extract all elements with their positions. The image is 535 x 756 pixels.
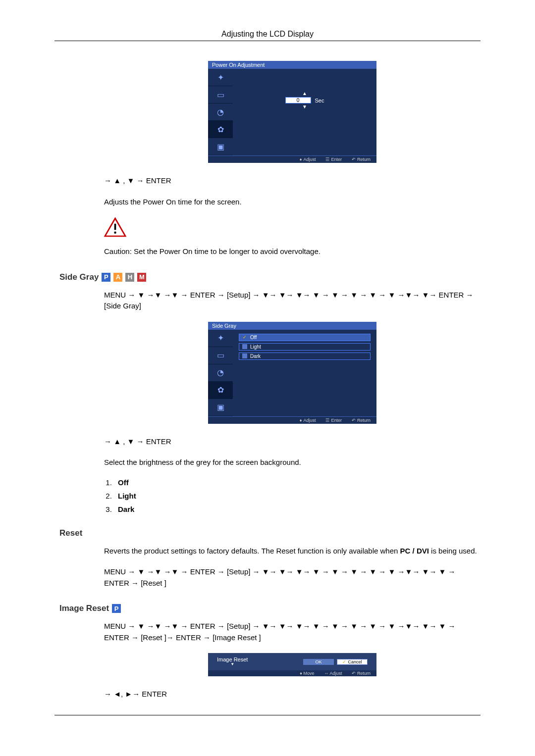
osd-ir-footer: ♦ Move ↔ Adjust ↶ Return [208,670,376,676]
multi-icon: ▣ [208,399,233,416]
setup-icon: ✿ [208,382,233,399]
reset-menu-path: MENU → ▼ →▼ →▼ → ENTER → [Setup] → ▼→ ▼→… [104,566,481,589]
osd-option-light[interactable]: Light [239,343,371,351]
option-dark: Dark [118,505,134,513]
footer-enter-label: Enter [331,157,342,162]
osd-option-off-label: Off [250,335,257,340]
sg-footer-return: Return [357,418,371,423]
image-reset-menu-path: MENU → ▼ →▼ →▼ → ENTER → [Setup] → ▼→ ▼→… [104,621,481,643]
osd-option-light-label: Light [250,344,261,350]
osd-option-off[interactable]: ✓ Off [239,334,371,341]
adjust-arrows-icon: ♦ [300,157,302,162]
osd-main: ▲ 0 Sec ▼ [233,69,376,155]
footer-divider [54,715,481,715]
ir-footer-adjust: Adjust [329,671,342,676]
nav-instruction-1: → ▲ , ▼ → ENTER [104,175,481,187]
osd-ir-label: Image Reset ▼ [217,657,248,666]
adjust-arrows-icon: ♦ [300,418,302,423]
side-gray-nav: → ▲ , ▼ → ENTER [104,436,481,448]
list-item: Dark [114,505,481,513]
page-header-title: Adjusting the LCD Display [0,30,535,39]
checkbox-icon [242,353,247,358]
badge-h-icon: H [125,273,134,282]
page: Adjusting the LCD Display Power On Adjus… [0,0,535,745]
side-gray-menu-path: MENU → ▼ →▼ →▼ → ENTER → [Setup] → ▼→ ▼→… [104,290,481,312]
header-divider [54,41,481,41]
picture-icon: ✦ [208,69,233,86]
osd-sg-sidebar: ✦ ▭ ◔ ✿ ▣ [208,330,233,416]
badge-p-icon: P [112,604,121,613]
heading-side-gray: Side Gray P A H M [59,272,535,282]
check-icon: ✓ [242,335,247,340]
checkbox-icon [242,344,247,349]
osd-sg-title: Side Gray [208,322,376,330]
osd-option-dark-label: Dark [250,353,261,359]
svg-rect-1 [114,224,116,230]
adjust-arrows-icon: ↔ [324,671,328,676]
osd-footer: ♦ Adjust ☰ Enter ↶ Return [208,155,376,163]
heading-image-reset: Image Reset P [59,604,535,613]
list-item: Light [114,492,481,500]
footer-adjust-label: Adjust [303,157,316,162]
return-icon: ↶ [352,671,356,676]
reset-desc-c: is being used. [429,547,477,555]
list-item: Off [114,478,481,487]
sg-footer-enter: Enter [331,418,342,423]
reset-title: Reset [59,528,82,538]
osd-title: Power On Adjustment [208,61,376,69]
badge-a-icon: A [113,273,122,282]
reset-desc: Reverts the product settings to factory … [104,546,481,557]
power-on-value: 0 [285,97,311,103]
osd-power-on-adjustment: Power On Adjustment ✦ ▭ ◔ ✿ ▣ ▲ 0 Sec [208,61,376,163]
return-icon: ↶ [352,418,356,423]
input-icon: ▭ [208,86,233,103]
image-reset-title: Image Reset [59,604,109,613]
ir-footer-return: Return [357,671,371,676]
picture-icon: ✦ [208,330,233,347]
reset-desc-b: PC / DVI [400,547,429,555]
caution-text: Caution: Set the Power On time to be lon… [104,246,481,257]
enter-icon: ☰ [325,418,329,423]
block-reset: Reverts the product settings to factory … [104,546,481,589]
return-icon: ↶ [352,157,356,162]
caution-icon [104,217,481,239]
sg-footer-adjust: Adjust [303,418,316,423]
osd-option-dark[interactable]: Dark [239,353,371,360]
setup-icon: ✿ [208,121,233,138]
option-off: Off [118,478,129,487]
osd-side-gray: Side Gray ✦ ▭ ◔ ✿ ▣ ✓ Off [208,322,376,424]
ir-footer-move: Move [303,671,314,676]
check-icon: ✓ [342,659,346,664]
svg-point-2 [114,232,116,234]
ok-button[interactable]: OK [303,659,334,665]
up-arrow-icon: ▲ [302,91,307,96]
timer-icon: ◔ [208,364,233,382]
cancel-label: Cancel [348,659,362,664]
timer-icon: ◔ [208,103,233,121]
heading-reset: Reset [59,528,535,538]
cancel-button[interactable]: ✓ Cancel [337,659,368,665]
block-side-gray: MENU → ▼ →▼ →▼ → ENTER → [Setup] → ▼→ ▼→… [104,290,481,513]
down-arrow-icon: ▼ [230,662,234,666]
side-gray-desc: Select the brightness of the grey for th… [104,457,481,468]
reset-desc-a: Reverts the product settings to factory … [104,547,400,555]
osd-image-reset: Image Reset ▼ OK ✓ Cancel ♦ Move ↔ Adjus… [208,653,376,676]
footer-return-label: Return [357,157,371,162]
osd-sidebar: ✦ ▭ ◔ ✿ ▣ [208,69,233,155]
input-icon: ▭ [208,347,233,364]
enter-icon: ☰ [325,157,329,162]
badge-p-icon: P [102,273,110,282]
multi-icon: ▣ [208,138,233,155]
image-reset-nav: → ◄, ►→ ENTER [104,689,481,700]
osd-sg-main: ✓ Off Light Dark [233,330,376,416]
osd-sg-footer: ♦ Adjust ☰ Enter ↶ Return [208,416,376,424]
side-gray-options-list: Off Light Dark [114,478,481,513]
down-arrow-icon: ▼ [302,104,307,109]
move-arrows-icon: ♦ [300,671,302,676]
block-image-reset: MENU → ▼ →▼ →▼ → ENTER → [Setup] → ▼→ ▼→… [104,621,481,700]
badge-m-icon: M [137,273,146,282]
side-gray-title: Side Gray [59,272,99,282]
option-light: Light [118,492,136,500]
block-power-on-adjust: Power On Adjustment ✦ ▭ ◔ ✿ ▣ ▲ 0 Sec [104,61,481,257]
power-on-unit: Sec [315,98,324,103]
